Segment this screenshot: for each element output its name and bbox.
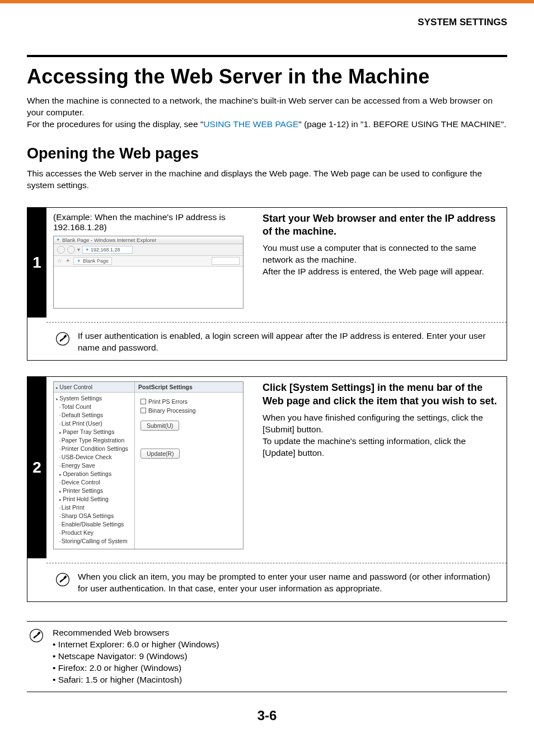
step-1-body2: After the IP address is entered, the Web… bbox=[263, 266, 500, 278]
mock-menu-item: List Print (User) bbox=[56, 419, 133, 427]
step-1-heading: Start your Web browser and enter the IP … bbox=[263, 212, 500, 239]
step-2-body1: When you have finished configuring the s… bbox=[263, 412, 500, 436]
step-2-number: 2 bbox=[27, 377, 46, 558]
mock-menu-item: Device Control bbox=[56, 478, 133, 486]
settings-mock: User Control System SettingsTotal CountD… bbox=[53, 381, 243, 549]
mock-menu-item: Printer Condition Settings bbox=[56, 444, 133, 452]
favorites-icon: ☆ bbox=[57, 258, 62, 264]
mock-chk2: Binary Processing bbox=[148, 407, 196, 414]
recommended-title: Recommended Web browsers bbox=[53, 627, 219, 639]
recommended-item: Safari: 1.5 or higher (Macintosh) bbox=[53, 674, 219, 686]
step-2-body2: To update the machine's setting informat… bbox=[263, 436, 500, 459]
mock-menu-item: Sharp OSA Settings bbox=[56, 511, 133, 520]
recommended-item: Netscape Navigator: 9 (Windows) bbox=[53, 651, 219, 662]
browser-mock: ✦ Blank Page - Windows Internet Explorer… bbox=[53, 236, 243, 309]
url-ie-icon: ✦ bbox=[85, 247, 90, 253]
ie-icon: ✦ bbox=[56, 237, 60, 242]
section-label: SYSTEM SETTINGS bbox=[27, 17, 507, 28]
mock-menu-item: Default Settings bbox=[56, 410, 133, 419]
intro-p2a: For the procedures for using the display… bbox=[27, 119, 203, 129]
mock-menu-item: Storing/Calling of System bbox=[56, 536, 133, 545]
mock-menu-item: Printer Settings bbox=[56, 486, 133, 494]
mock-chk1: Print PS Errors bbox=[148, 398, 188, 405]
intro-p1: When the machine is connected to a netwo… bbox=[27, 95, 507, 119]
mock-menu-item: Paper Type Registration bbox=[56, 436, 133, 444]
intro-p2: For the procedures for using the display… bbox=[27, 119, 507, 130]
step-1-body1: You must use a computer that is connecte… bbox=[263, 242, 500, 266]
title-rule bbox=[27, 55, 507, 57]
step-1-number: 1 bbox=[27, 208, 46, 318]
recommended-item: Internet Explorer: 6.0 or higher (Window… bbox=[53, 639, 219, 651]
mock-menu-item: Total Count bbox=[56, 402, 133, 410]
step-2-block: 2 User Control System SettingsTotal Coun… bbox=[27, 376, 507, 602]
dashed-separator bbox=[46, 563, 507, 563]
browser-tab-label: Blank Page bbox=[83, 258, 109, 264]
step-2-heading: Click [System Settings] in the menu bar … bbox=[263, 381, 500, 408]
note-icon bbox=[55, 572, 70, 587]
recommended-box: Recommended Web browsers Internet Explor… bbox=[27, 621, 507, 692]
mock-menu-list: System SettingsTotal CountDefault Settin… bbox=[54, 393, 134, 546]
note-icon bbox=[29, 628, 44, 643]
mock-menu-item: System Settings bbox=[56, 394, 133, 402]
tab-ie-icon: ✦ bbox=[77, 258, 81, 264]
step-1-note: If user authentication is enabled, a log… bbox=[78, 330, 499, 354]
intro-p2b: " (page 1-12) in "1. BEFORE USING THE MA… bbox=[298, 119, 506, 129]
checkbox-icon bbox=[140, 399, 146, 404]
recommended-list: Internet Explorer: 6.0 or higher (Window… bbox=[53, 639, 219, 686]
intro-block: When the machine is connected to a netwo… bbox=[27, 95, 507, 130]
subintro-text: This accesses the Web server in the mach… bbox=[27, 168, 507, 192]
browser-title: Blank Page - Windows Internet Explorer bbox=[62, 237, 156, 243]
mock-menu-item: Enable/Disable Settings bbox=[56, 520, 133, 528]
checkbox-icon bbox=[140, 408, 146, 413]
nav-fwd-icon bbox=[67, 246, 75, 254]
mock-right-header: PostScript Settings bbox=[135, 382, 243, 393]
recommended-item: Firefox: 2.0 or higher (Windows) bbox=[53, 662, 219, 674]
subheading: Opening the Web pages bbox=[27, 145, 507, 162]
dashed-separator bbox=[46, 322, 507, 323]
link-using-web-page[interactable]: USING THE WEB PAGE bbox=[203, 119, 298, 129]
page-number: 3-6 bbox=[27, 708, 507, 724]
page-title: Accessing the Web Server in the Machine bbox=[27, 65, 507, 88]
mock-menu-item: Print Hold Setting bbox=[56, 494, 133, 503]
step-2-note: When you click an item, you may be promp… bbox=[78, 571, 499, 595]
note-icon bbox=[55, 332, 70, 346]
nav-back-icon bbox=[57, 246, 65, 254]
browser-searchbox bbox=[212, 257, 240, 265]
mock-menu-item: Energy Save bbox=[56, 461, 133, 469]
favorites-add-icon: ✦ bbox=[65, 258, 70, 264]
mock-menu-item: Product Key bbox=[56, 528, 133, 536]
step-1-example-label: (Example: When the machine's IP address … bbox=[53, 212, 252, 232]
mock-submit-button: Submit(U) bbox=[140, 421, 179, 431]
mock-left-header: User Control bbox=[59, 384, 92, 390]
mock-menu-item: List Print bbox=[56, 503, 133, 511]
mock-update-button: Update(R) bbox=[140, 449, 180, 459]
mock-menu-item: USB-Device Check bbox=[56, 452, 133, 461]
mock-menu-item: Operation Settings bbox=[56, 469, 133, 478]
browser-url: 192.168.1.28 bbox=[91, 247, 120, 253]
step-1-block: 1 (Example: When the machine's IP addres… bbox=[27, 207, 507, 361]
mock-menu-item: Paper Tray Settings bbox=[56, 427, 133, 436]
